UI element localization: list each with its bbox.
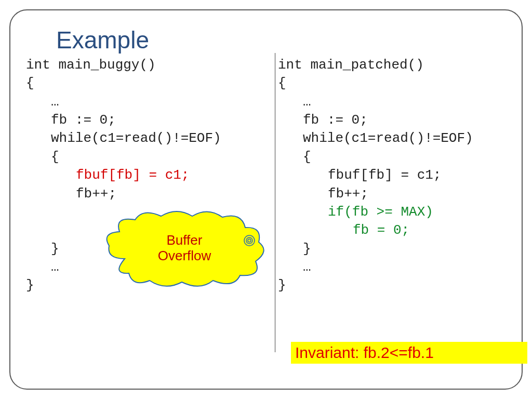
code-line: } <box>278 240 311 258</box>
code-line: … <box>278 258 311 276</box>
code-line: fb++; <box>26 185 116 203</box>
code-line: int main_buggy() <box>26 57 156 73</box>
code-line: while(c1=read()!=EOF) <box>26 129 221 148</box>
code-line-patch: if(fb >= MAX) <box>278 203 433 221</box>
code-columns: int main_buggy() { … fb := 0; while(c1=r… <box>26 56 506 357</box>
slide-title: Example <box>56 26 506 54</box>
code-line: … <box>26 93 59 111</box>
code-line: } <box>26 240 59 258</box>
code-buggy: int main_buggy() { … fb := 0; while(c1=r… <box>26 56 278 295</box>
code-line: fb := 0; <box>26 111 116 129</box>
code-line: } <box>26 277 34 293</box>
invariant-text: Invariant: fb.2<=fb.1 <box>295 344 434 362</box>
code-patched: int main_patched() { … fb := 0; while(c1… <box>278 56 530 295</box>
code-line-overflow: fbuf[fb] = c1; <box>26 166 189 184</box>
code-line: { <box>26 75 34 91</box>
code-line: … <box>278 93 311 111</box>
code-line-patch: fb = 0; <box>278 221 409 240</box>
slide-frame: Example int main_buggy() { … fb := 0; wh… <box>9 9 523 390</box>
code-line: while(c1=read()!=EOF) <box>278 129 473 148</box>
code-line: int main_patched() <box>278 57 424 73</box>
code-line: { <box>26 148 59 166</box>
invariant-highlight: Invariant: fb.2<=fb.1 <box>291 342 527 364</box>
code-line: … <box>26 258 59 276</box>
code-line: } <box>278 277 286 293</box>
code-line: fb := 0; <box>278 111 368 129</box>
code-line: fbuf[fb] = c1; <box>278 166 441 184</box>
code-line: { <box>278 148 311 166</box>
code-line: { <box>278 75 286 91</box>
code-line: fb++; <box>278 185 368 203</box>
